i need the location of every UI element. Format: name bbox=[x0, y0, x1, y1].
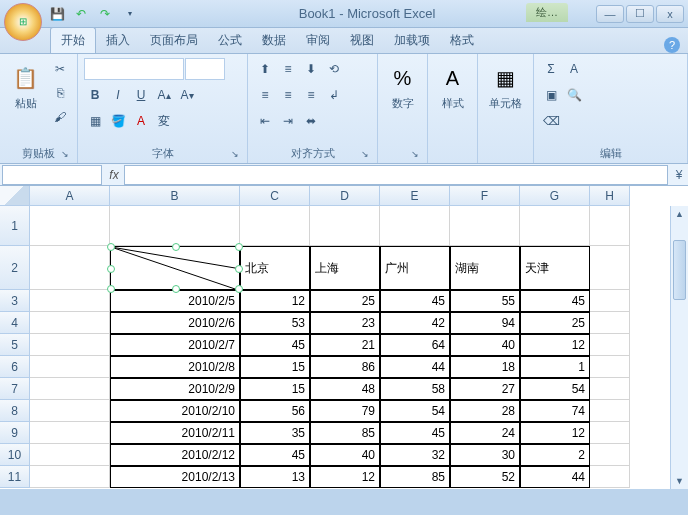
table-header-cell[interactable]: 天津 bbox=[520, 246, 590, 290]
date-cell[interactable]: 2010/2/6 bbox=[110, 312, 240, 334]
cell[interactable] bbox=[240, 206, 310, 246]
data-cell[interactable]: 30 bbox=[450, 444, 520, 466]
col-header[interactable]: E bbox=[380, 186, 450, 206]
font-family-select[interactable] bbox=[84, 58, 184, 80]
row-header[interactable]: 10 bbox=[0, 444, 30, 466]
cell[interactable] bbox=[590, 444, 630, 466]
row-header[interactable]: 5 bbox=[0, 334, 30, 356]
bold-button[interactable]: B bbox=[84, 84, 106, 106]
row-header[interactable]: 4 bbox=[0, 312, 30, 334]
cell[interactable] bbox=[30, 400, 110, 422]
merge-center-icon[interactable]: ⬌ bbox=[300, 110, 322, 132]
border-button[interactable]: ▦ bbox=[84, 110, 106, 132]
col-header[interactable]: D bbox=[310, 186, 380, 206]
data-cell[interactable]: 18 bbox=[450, 356, 520, 378]
cell[interactable] bbox=[30, 422, 110, 444]
table-header-cell[interactable]: 广州 bbox=[380, 246, 450, 290]
cell[interactable] bbox=[310, 206, 380, 246]
cell[interactable] bbox=[590, 356, 630, 378]
data-cell[interactable]: 40 bbox=[310, 444, 380, 466]
phonetic-button[interactable]: 変 bbox=[153, 110, 175, 132]
redo-icon[interactable]: ↷ bbox=[94, 3, 116, 25]
cell[interactable] bbox=[30, 246, 110, 290]
data-cell[interactable]: 86 bbox=[310, 356, 380, 378]
clear-icon[interactable]: ⌫ bbox=[540, 110, 562, 132]
paste-button[interactable]: 📋 粘贴 bbox=[6, 58, 45, 115]
cell[interactable] bbox=[30, 356, 110, 378]
data-cell[interactable]: 12 bbox=[240, 290, 310, 312]
data-cell[interactable]: 40 bbox=[450, 334, 520, 356]
row-header[interactable]: 3 bbox=[0, 290, 30, 312]
launcher-icon[interactable]: ↘ bbox=[59, 149, 71, 161]
cut-icon[interactable]: ✂ bbox=[49, 58, 71, 80]
date-cell[interactable]: 2010/2/12 bbox=[110, 444, 240, 466]
tab-data[interactable]: 数据 bbox=[252, 28, 296, 53]
col-header[interactable]: A bbox=[30, 186, 110, 206]
data-cell[interactable]: 44 bbox=[520, 466, 590, 488]
data-cell[interactable]: 54 bbox=[380, 400, 450, 422]
undo-icon[interactable]: ↶ bbox=[70, 3, 92, 25]
cell[interactable] bbox=[380, 206, 450, 246]
fx-icon[interactable]: fx bbox=[104, 168, 124, 182]
data-cell[interactable]: 64 bbox=[380, 334, 450, 356]
data-cell[interactable]: 42 bbox=[380, 312, 450, 334]
copy-icon[interactable]: ⎘ bbox=[49, 82, 71, 104]
cell[interactable] bbox=[590, 206, 630, 246]
cell[interactable] bbox=[110, 206, 240, 246]
cells-button[interactable]: ▦ 单元格 bbox=[484, 58, 526, 115]
tab-review[interactable]: 审阅 bbox=[296, 28, 340, 53]
date-cell[interactable]: 2010/2/13 bbox=[110, 466, 240, 488]
data-cell[interactable]: 54 bbox=[520, 378, 590, 400]
align-middle-icon[interactable]: ≡ bbox=[277, 58, 299, 80]
data-cell[interactable]: 35 bbox=[240, 422, 310, 444]
table-header-cell[interactable]: 湖南 bbox=[450, 246, 520, 290]
decrease-indent-icon[interactable]: ⇤ bbox=[254, 110, 276, 132]
cell[interactable] bbox=[30, 378, 110, 400]
save-icon[interactable]: 💾 bbox=[46, 3, 68, 25]
wrap-text-icon[interactable]: ↲ bbox=[323, 84, 345, 106]
data-cell[interactable]: 15 bbox=[240, 356, 310, 378]
cell[interactable] bbox=[30, 290, 110, 312]
data-cell[interactable]: 21 bbox=[310, 334, 380, 356]
formula-input[interactable] bbox=[124, 165, 668, 185]
cell[interactable] bbox=[590, 246, 630, 290]
vertical-scrollbar[interactable]: ▲ ▼ bbox=[670, 206, 688, 489]
data-cell[interactable]: 2 bbox=[520, 444, 590, 466]
align-center-icon[interactable]: ≡ bbox=[277, 84, 299, 106]
align-top-icon[interactable]: ⬆ bbox=[254, 58, 276, 80]
cell[interactable] bbox=[590, 334, 630, 356]
data-cell[interactable]: 12 bbox=[520, 334, 590, 356]
data-cell[interactable]: 27 bbox=[450, 378, 520, 400]
data-cell[interactable]: 44 bbox=[380, 356, 450, 378]
underline-button[interactable]: U bbox=[130, 84, 152, 106]
cell[interactable] bbox=[30, 444, 110, 466]
date-cell[interactable]: 2010/2/5 bbox=[110, 290, 240, 312]
row-header[interactable]: 2 bbox=[0, 246, 30, 290]
maximize-button[interactable]: ☐ bbox=[626, 5, 654, 23]
close-button[interactable]: x bbox=[656, 5, 684, 23]
data-cell[interactable]: 45 bbox=[380, 290, 450, 312]
help-icon[interactable]: ? bbox=[664, 37, 680, 53]
fill-icon[interactable]: ▣ bbox=[540, 84, 562, 106]
increase-indent-icon[interactable]: ⇥ bbox=[277, 110, 299, 132]
row-header[interactable]: 8 bbox=[0, 400, 30, 422]
row-header[interactable]: 6 bbox=[0, 356, 30, 378]
data-cell[interactable]: 79 bbox=[310, 400, 380, 422]
tab-format[interactable]: 格式 bbox=[440, 28, 484, 53]
tab-page-layout[interactable]: 页面布局 bbox=[140, 28, 208, 53]
data-cell[interactable]: 13 bbox=[240, 466, 310, 488]
number-format-button[interactable]: % 数字 bbox=[384, 58, 421, 115]
select-all[interactable] bbox=[0, 186, 30, 206]
data-cell[interactable]: 32 bbox=[380, 444, 450, 466]
data-cell[interactable]: 85 bbox=[380, 466, 450, 488]
minimize-button[interactable]: — bbox=[596, 5, 624, 23]
data-cell[interactable]: 52 bbox=[450, 466, 520, 488]
launcher-icon[interactable]: ↘ bbox=[409, 149, 421, 161]
data-cell[interactable]: 24 bbox=[450, 422, 520, 444]
cell[interactable] bbox=[30, 466, 110, 488]
data-cell[interactable]: 74 bbox=[520, 400, 590, 422]
cell[interactable] bbox=[590, 422, 630, 444]
cell[interactable] bbox=[590, 466, 630, 488]
diagonal-header-cell[interactable] bbox=[110, 246, 240, 290]
row-header[interactable]: 7 bbox=[0, 378, 30, 400]
